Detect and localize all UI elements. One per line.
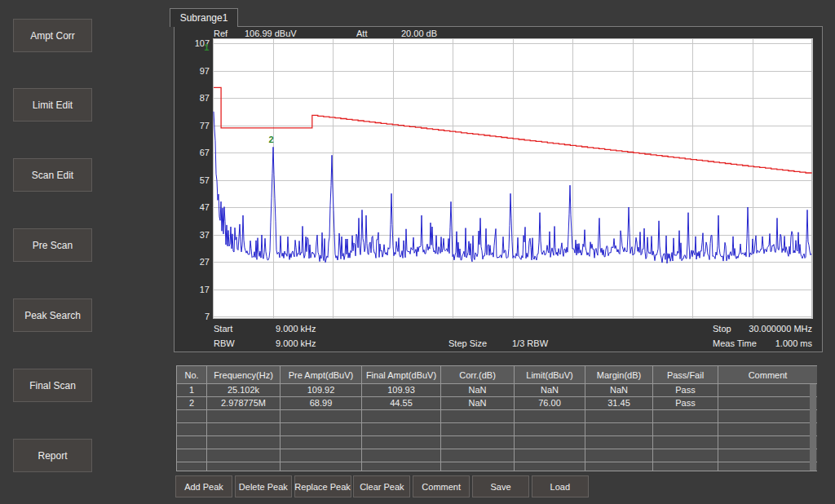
sidebar-button-report[interactable]: Report bbox=[13, 439, 92, 472]
cell: 31.45 bbox=[585, 397, 653, 410]
cell-empty bbox=[515, 462, 585, 472]
meas-time-value: 1.000 ms bbox=[714, 338, 812, 348]
cell-empty bbox=[207, 410, 281, 423]
y-axis-tick-label: 7 bbox=[205, 312, 210, 321]
action-button-add-peak[interactable]: Add Peak bbox=[175, 475, 232, 497]
sidebar-button-ampt-corr[interactable]: Ampt Corr bbox=[13, 19, 92, 52]
y-axis-tick-label: 77 bbox=[200, 121, 210, 130]
cell-empty bbox=[177, 462, 207, 472]
start-label: Start bbox=[214, 324, 232, 334]
cell-empty bbox=[362, 436, 441, 449]
cell-empty bbox=[515, 449, 585, 462]
table-scrollbar[interactable] bbox=[810, 384, 816, 471]
emi-measurement-app: Ampt CorrLimit EditScan EditPre ScanPeak… bbox=[0, 0, 835, 504]
cell-empty bbox=[177, 410, 207, 423]
column-header-final-ampt-dbuv-: Final Ampt(dBuV) bbox=[362, 366, 441, 384]
action-button-clear-peak[interactable]: Clear Peak bbox=[353, 475, 410, 497]
table-row-2[interactable]: 22.978775M68.9944.55NaN76.0031.45Pass bbox=[177, 397, 818, 410]
cell-empty bbox=[718, 436, 818, 449]
column-header-comment: Comment bbox=[718, 366, 818, 384]
cell-empty bbox=[515, 410, 585, 423]
cell-empty bbox=[362, 449, 441, 462]
cell: Pass bbox=[653, 384, 718, 397]
y-axis-tick-label: 97 bbox=[200, 66, 210, 76]
cell: 44.55 bbox=[362, 397, 441, 410]
cell: 68.99 bbox=[281, 397, 362, 410]
table-header-row: No.Frequency(Hz)Pre Ampt(dBuV)Final Ampt… bbox=[177, 366, 818, 384]
y-axis-tick-label: 57 bbox=[200, 175, 210, 185]
action-button-replace-peak[interactable]: Replace Peak bbox=[294, 475, 351, 497]
cell-empty bbox=[441, 410, 515, 423]
cell-empty bbox=[177, 436, 207, 449]
cell-empty bbox=[207, 462, 281, 472]
cell-empty bbox=[441, 449, 515, 462]
y-axis-tick-label: 37 bbox=[200, 230, 210, 240]
table-row-empty bbox=[177, 410, 818, 423]
y-axis-tick-label: 47 bbox=[200, 202, 210, 212]
column-header-corr-db-: Corr.(dB) bbox=[441, 366, 515, 384]
cell: NaN bbox=[441, 397, 515, 410]
sidebar-button-pre-scan[interactable]: Pre Scan bbox=[13, 228, 92, 262]
cell-empty bbox=[177, 423, 207, 436]
cell-empty bbox=[207, 436, 281, 449]
cell: 1 bbox=[177, 384, 207, 397]
cell-empty bbox=[718, 462, 818, 472]
table-row-empty bbox=[177, 436, 818, 449]
start-value: 9.000 kHz bbox=[276, 324, 316, 334]
ref-label: Ref bbox=[214, 29, 228, 38]
cell: 2.978775M bbox=[207, 397, 281, 410]
cell bbox=[718, 397, 818, 410]
column-header-frequency-hz-: Frequency(Hz) bbox=[207, 366, 281, 384]
rbw-value: 9.000 kHz bbox=[276, 338, 316, 348]
table-row-1[interactable]: 125.102k109.92109.93NaNNaNNaNPass bbox=[177, 384, 818, 397]
sidebar-button-final-scan[interactable]: Final Scan bbox=[13, 369, 92, 402]
cell-empty bbox=[718, 449, 818, 462]
table-row-empty bbox=[177, 462, 818, 472]
cell-empty bbox=[441, 436, 515, 449]
cell: NaN bbox=[441, 384, 515, 397]
action-button-comment[interactable]: Comment bbox=[413, 475, 470, 497]
results-table: No.Frequency(Hz)Pre Ampt(dBuV)Final Ampt… bbox=[176, 365, 817, 471]
column-header-margin-db-: Margin(dB) bbox=[585, 366, 653, 384]
cell: 109.92 bbox=[281, 384, 362, 397]
cell-empty bbox=[207, 423, 281, 436]
cell: 76.00 bbox=[515, 397, 585, 410]
cell-empty bbox=[362, 410, 441, 423]
action-button-load[interactable]: Load bbox=[532, 475, 589, 497]
cell: 2 bbox=[177, 397, 207, 410]
rbw-label: RBW bbox=[214, 338, 235, 348]
results-table-container: No.Frequency(Hz)Pre Ampt(dBuV)Final Ampt… bbox=[176, 365, 817, 471]
cell-empty bbox=[653, 436, 718, 449]
cell-empty bbox=[585, 449, 653, 462]
cell-empty bbox=[281, 449, 362, 462]
att-value: 20.00 dB bbox=[401, 29, 437, 38]
tab-subrange1[interactable]: Subrange1 bbox=[170, 8, 238, 27]
cell-empty bbox=[515, 436, 585, 449]
cell-empty bbox=[653, 410, 718, 423]
step-size-value: 1/3 RBW bbox=[512, 338, 548, 348]
y-axis-tick-label: 67 bbox=[200, 148, 210, 157]
cell-empty bbox=[585, 462, 653, 472]
cell: 109.93 bbox=[362, 384, 441, 397]
step-size-label: Step Size bbox=[448, 338, 487, 348]
table-row-empty bbox=[177, 423, 818, 436]
marker-1-label: 1 bbox=[204, 42, 209, 52]
cell-empty bbox=[653, 449, 718, 462]
column-header-pre-ampt-dbuv-: Pre Ampt(dBuV) bbox=[281, 366, 362, 384]
cell bbox=[718, 384, 818, 397]
y-axis-tick-label: 27 bbox=[200, 257, 210, 267]
cell-empty bbox=[585, 423, 653, 436]
marker-2-label: 2 bbox=[269, 135, 274, 144]
cell-empty bbox=[585, 436, 653, 449]
cell-empty bbox=[718, 410, 818, 423]
cell-empty bbox=[281, 462, 362, 472]
action-button-save[interactable]: Save bbox=[472, 475, 529, 497]
cell-empty bbox=[177, 449, 207, 462]
cell-empty bbox=[653, 423, 718, 436]
sidebar-button-scan-edit[interactable]: Scan Edit bbox=[13, 158, 92, 192]
sidebar-button-limit-edit[interactable]: Limit Edit bbox=[13, 88, 92, 122]
action-button-delete-peak[interactable]: Delete Peak bbox=[235, 475, 292, 497]
sidebar-button-peak-search[interactable]: Peak Search bbox=[13, 298, 92, 332]
ref-value: 106.99 dBuV bbox=[245, 29, 297, 38]
column-header-pass-fail: Pass/Fail bbox=[653, 366, 718, 384]
